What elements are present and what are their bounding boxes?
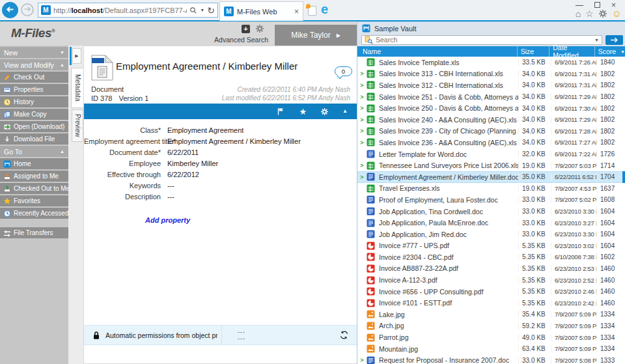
- vault-row[interactable]: Proof of Employment, Laura Foster.doc33.…: [357, 194, 625, 206]
- search-go-button[interactable]: [605, 35, 623, 45]
- expand-arrow-icon[interactable]: >: [357, 162, 367, 169]
- expand-arrow-icon[interactable]: >: [357, 94, 367, 100]
- vault-row[interactable]: Job Application, Jim Red.doc33.0 KB6/23/…: [357, 229, 625, 240]
- sidebar-item-file-transfers[interactable]: File Transfers: [0, 227, 68, 238]
- collapse-panel-button[interactable]: ▶: [72, 48, 81, 64]
- expand-arrow-icon[interactable]: >: [357, 82, 367, 89]
- vault-row[interactable]: Job Application, Paula McEnroe.doc33.0 K…: [357, 217, 625, 229]
- address-dropdown-icon[interactable]: ▼: [200, 8, 204, 12]
- browser-back-button[interactable]: [2, 2, 18, 18]
- vault-row[interactable]: Travel Expenses.xls19.0 KB7/9/2007 4:53 …: [357, 183, 625, 195]
- vault-row[interactable]: >Sales Invoice 312 - CBH International.x…: [357, 79, 625, 91]
- vault-row[interactable]: Arch.jpg59.2 KB7/9/2007 5:09 PM1334: [357, 320, 625, 332]
- sidebar-item-checked-out-to-me[interactable]: Checked Out to Me: [0, 183, 68, 194]
- vault-row[interactable]: Invoice #777 - UPS.pdf5.35 KB6/23/2010 3…: [357, 240, 625, 252]
- vault-row[interactable]: Invoice A-112-3.pdf5.35 KB6/23/2010 2:52…: [357, 274, 625, 286]
- expand-arrow-icon[interactable]: >: [357, 139, 367, 146]
- vault-row[interactable]: >Request for Proposal - Insurance 2007.d…: [357, 354, 625, 364]
- browser-tab[interactable]: M M-Files Web ×: [219, 1, 303, 21]
- vault-row-selected[interactable]: >Employment Agreement / Kimberley Miller…: [357, 171, 625, 183]
- property-value[interactable]: Employment Agreement: [167, 126, 243, 134]
- tab-close-icon[interactable]: ×: [294, 8, 299, 16]
- tab-preview[interactable]: Preview: [72, 109, 83, 142]
- browser-home-icon[interactable]: ⌂: [576, 9, 581, 18]
- file-name: Lake.jpg: [379, 311, 518, 318]
- sidebar-item-history[interactable]: History: [0, 96, 68, 107]
- vault-row[interactable]: Letter Template for Word.doc32.0 KB6/9/2…: [357, 148, 625, 160]
- sidebar-section-view-and-modify[interactable]: View and Modify▲: [0, 59, 68, 70]
- search-dropdown-icon[interactable]: ▼: [594, 38, 599, 42]
- vault-row[interactable]: Job Application, Tina Cordwell.doc33.0 K…: [357, 206, 625, 217]
- vault-row[interactable]: Mountain.jpg63.4 KB7/9/2007 5:09 PM1334: [357, 343, 625, 355]
- property-value[interactable]: 6/22/2012: [167, 171, 199, 178]
- permissions-bar[interactable]: Automatic permissions from object proper…: [84, 325, 357, 345]
- sidebar-item-home[interactable]: Home: [0, 158, 68, 169]
- vault-row[interactable]: Invoice #101 - ESTT.pdf5.35 KB6/23/2010 …: [357, 297, 625, 309]
- file-score: 1604: [596, 231, 625, 238]
- vault-row[interactable]: Lake.jpg35.4 KB7/9/2007 5:09 PM1334: [357, 309, 625, 320]
- expand-arrow-icon[interactable]: >: [357, 174, 367, 180]
- sidebar-item-assigned-to-me[interactable]: Assigned to Me: [0, 171, 68, 182]
- vault-row[interactable]: >Sales Invoice 251 - Davis & Cobb, Attor…: [357, 91, 625, 103]
- browser-settings-gear-icon[interactable]: [598, 9, 607, 18]
- sync-icon[interactable]: [339, 330, 349, 340]
- column-header-score[interactable]: Score▼: [594, 46, 625, 57]
- vault-row[interactable]: >Sales Invoice 236 - A&A Consulting (AEC…: [357, 137, 625, 148]
- search-input[interactable]: [376, 36, 592, 44]
- flag-icon[interactable]: [277, 107, 285, 115]
- vault-row[interactable]: Invoice AB887-23-22A.pdf5.35 KB6/23/2010…: [357, 263, 625, 275]
- settings-gear-icon[interactable]: [255, 24, 264, 33]
- vault-row[interactable]: >Sales Invoice 313 - CBH International.x…: [357, 68, 625, 80]
- sidebar-item-make-copy[interactable]: Make Copy: [0, 109, 68, 120]
- vault-row[interactable]: >Sales Invoice 239 - City of Chicago (Pl…: [357, 126, 625, 137]
- sidebar-item-recently-accessed-by-me[interactable]: Recently Accessed by Me: [0, 208, 68, 219]
- column-header-name[interactable]: Name: [357, 46, 517, 57]
- sidebar-item-check-out[interactable]: Check Out: [0, 72, 68, 83]
- property-value[interactable]: ---: [167, 182, 174, 189]
- file-date-modified: 6/9/2011 7:31 AM: [551, 70, 596, 77]
- column-header-size[interactable]: Size: [517, 46, 549, 57]
- tab-metadata[interactable]: Metadata: [71, 68, 83, 108]
- vault-row[interactable]: Invoice #2304 - CBC.pdf5.35 KB6/10/2008 …: [357, 251, 625, 263]
- browser-forward-button[interactable]: [21, 3, 34, 16]
- ie-logo-icon[interactable]: e: [321, 3, 328, 16]
- user-menu-button[interactable]: Mike Taylor▶: [275, 25, 357, 46]
- vault-row[interactable]: >Tennessee Land Surveyors Price List 200…: [357, 160, 625, 171]
- sidebar-section-go-to[interactable]: Go To▲: [0, 146, 68, 157]
- file-score: 1714: [596, 162, 625, 169]
- refresh-icon[interactable]: ↻: [207, 6, 215, 15]
- feedback-smiley-icon[interactable]: ☺: [612, 8, 622, 18]
- sidebar-item-favorites[interactable]: Favorites: [0, 195, 68, 206]
- expand-arrow-icon[interactable]: >: [357, 117, 367, 123]
- collapse-toolbar-icon[interactable]: ▲: [342, 109, 348, 114]
- property-value[interactable]: 6/22/2011: [167, 148, 199, 156]
- favorite-star-icon[interactable]: ★: [299, 107, 307, 116]
- expand-arrow-icon[interactable]: >: [357, 357, 367, 363]
- vault-row[interactable]: Sales Invoice Template.xls33.5 KB6/9/201…: [357, 57, 625, 68]
- sidebar-item-properties[interactable]: Properties: [0, 84, 68, 95]
- property-value[interactable]: ---: [167, 193, 174, 201]
- comments-bubble[interactable]: 0: [335, 66, 352, 76]
- maximize-button[interactable]: [594, 2, 600, 8]
- address-search-icon[interactable]: [189, 7, 197, 14]
- expand-arrow-icon[interactable]: >: [357, 70, 367, 77]
- property-value[interactable]: Employment Agreement / Kimberley Miller: [167, 137, 301, 145]
- property-value[interactable]: Kimberley Miller: [167, 160, 218, 167]
- column-header-date-modified[interactable]: Date Modified: [549, 46, 594, 57]
- vault-row[interactable]: Parrot.jpg49.0 KB7/9/2007 5:09 PM1334: [357, 331, 625, 343]
- vault-row[interactable]: >Sales Invoice 240 - A&A Consulting (AEC…: [357, 114, 625, 126]
- expand-arrow-icon[interactable]: >: [357, 105, 367, 111]
- sidebar-section-new[interactable]: New▼: [0, 47, 68, 58]
- add-button[interactable]: +: [242, 25, 250, 33]
- sidebar-item-download-file[interactable]: Download File: [0, 133, 68, 145]
- vault-row[interactable]: >Sales Invoice 250 - Davis & Cobb, Attor…: [357, 102, 625, 114]
- gear-icon[interactable]: [320, 107, 329, 116]
- recent-icon: [3, 209, 11, 217]
- new-tab-button[interactable]: [308, 6, 316, 16]
- vault-row[interactable]: Invoice #656 - UPP Consulting.pdf5.35 KB…: [357, 286, 625, 298]
- add-property-link[interactable]: Add property: [145, 216, 190, 224]
- expand-arrow-icon[interactable]: >: [357, 128, 367, 134]
- sidebar-item-open-download[interactable]: Open (Download): [0, 121, 68, 132]
- browser-favorites-icon[interactable]: ☆: [585, 9, 594, 18]
- browser-address-bar[interactable]: M http://localhost/Default.aspx#197FCB77…: [38, 3, 218, 18]
